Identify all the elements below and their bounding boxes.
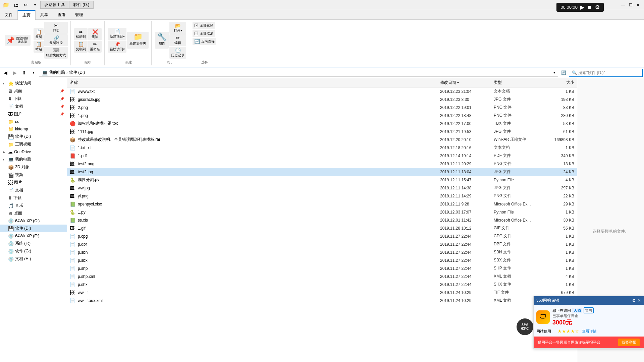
file-row[interactable]: 🖼 yl.png 2019.12.11 14:29 PNG 文件 22 KB [67,192,577,200]
delete-btn[interactable]: ❌ 删除 [88,28,102,40]
easy-access-btn[interactable]: 📌 轻松访问▾ [108,41,126,53]
file-row[interactable]: 🖼 ww.jpg 2019.12.11 14:38 JPG 文件 297 KB [67,184,577,192]
minimize-btn[interactable]: — [620,2,627,8]
file-row[interactable]: 📗 openpyxl.xlsx 2019.12.11 9:28 Microsof… [67,200,577,208]
file-row[interactable]: 📄 p.sbn 2019.11.27 22:44 SBN 文件 1 KB [67,248,577,256]
play-btn[interactable]: ▶ [580,4,584,10]
sidebar-item-onedrive[interactable]: ▶ ☁ OneDrive [0,148,67,156]
sidebar-item-desktop[interactable]: 🖥 桌面 📌 [0,87,67,95]
sidebar-item-my-computer[interactable]: ▾ 💻 我的电脑 [0,156,67,163]
file-row[interactable]: 📄 p.sbx 2019.11.27 22:44 SBX 文件 1 KB [67,256,577,264]
sidebar-item-drive-d[interactable]: 💾 软件 (D:) [0,225,67,232]
breadcrumb-history-btn[interactable]: ▼ [30,69,38,77]
sidebar-item-dl[interactable]: ⬇ 下载 [0,194,67,202]
sidebar-item-docs[interactable]: 📄 文档 📌 [0,103,67,110]
file-row[interactable]: 📄 p.shp 2019.11.27 22:44 SHP 文件 1 KB [67,264,577,273]
sidebar-item-software-d[interactable]: 💾 软件 (D:) [0,133,67,140]
sidebar-item-video[interactable]: 📁 三调视频 [0,140,67,148]
col-type-header[interactable]: 类型 [494,80,547,85]
back-btn[interactable]: ◀ [1,69,9,77]
file-row[interactable]: 🖼 ww.tif 2019.11.24 10:29 TIF 文件 679 KB [67,289,577,297]
maximize-btn[interactable]: ☐ [627,2,634,8]
file-row[interactable]: 🖼 test2.png 2019.12.11 20:29 PNG 文件 13 K… [67,160,577,168]
file-row[interactable]: 📗 ss.xls 2019.12.01 11:42 Microsoft Offi… [67,216,577,224]
undo-btn[interactable]: ↩ [21,1,30,9]
select-all-btn[interactable]: ☑ 全部选择 [193,22,215,29]
sidebar-item-drive-h[interactable]: 💿 文档 (H:) [0,255,67,263]
col-date-header[interactable]: 修改日期 ▾ [440,80,494,85]
file-row[interactable]: 🔴 加权总和-建模问题.tbx 2019.12.22 17:00 TBX 文件 … [67,120,577,128]
close-btn[interactable]: ✕ [635,2,641,8]
new-folder-btn[interactable]: 📁 新建文件夹 [127,32,149,49]
file-row[interactable]: 📕 1.pdf 2019.12.14 19:14 PDF 文件 349 KB [67,152,577,160]
sidebar-item-pics[interactable]: 🖼 图片 📌 [0,110,67,118]
sidebar-item-drive-c[interactable]: 💿 64WinXP (C:) [0,217,67,225]
breadcrumb-dropdown[interactable]: ▾ [553,71,555,74]
search-bar[interactable]: 🔍 [569,69,643,77]
ribbon-tab-share[interactable]: 共享 [36,10,53,19]
file-row[interactable]: 🖼 1.gif 2019.11.28 18:12 GIF 文件 55 KB [67,224,577,232]
sidebar-item-drive-f[interactable]: 💿 系统 (F:) [0,240,67,247]
sidebar-item-quick-access[interactable]: ▾ ⭐ 快速访问 [0,79,67,87]
file-row[interactable]: 📦 整改成果修改说明、全县错误图斑列表模板.rar 2019.12.20 20:… [67,136,577,144]
search-input[interactable] [578,70,640,75]
file-row[interactable]: 🖼 2.png 2019.12.22 19:01 PNG 文件 83 KB [67,104,577,112]
open-btn[interactable]: 📂 打开▾ [169,22,186,34]
move-to-btn[interactable]: ➡ 移动到 [74,28,88,40]
file-row[interactable]: 📄 p.cpg 2019.11.27 22:44 CPG 文件 1 KB [67,232,577,240]
sidebar-item-3d[interactable]: 📦 3D 对象 [0,163,67,171]
tab-software-d[interactable]: 软件 (D:) [69,1,94,9]
stop-btn[interactable]: ⏹ [587,4,592,10]
credit-detail[interactable]: 查看详情 [582,329,597,334]
sidebar-item-documents[interactable]: 📄 文档 [0,186,67,194]
file-row[interactable]: 📄 p.shp.xml 2019.11.27 22:44 XML 文档 4 KB [67,273,577,281]
pin-quick-btn[interactable]: 📌 固定到快速访问 [5,35,31,46]
file-row[interactable]: 📄 1.txt.txt 2019.12.18 20:16 文本文档 1 KB [67,144,577,152]
file-row[interactable]: 🐍 1.py 2019.12.03 17:07 Python File 1 KB [67,208,577,216]
forward-btn[interactable]: ▶ [11,69,19,77]
breadcrumb[interactable]: 💻 我的电脑 › 软件 (D:) ▾ [39,69,558,77]
col-size-header[interactable]: 大小 [547,80,574,85]
cut-btn[interactable]: ✂ 剪切 [44,22,68,34]
select-none-btn[interactable]: ☐ 全部取消 [193,30,215,37]
file-row[interactable]: 🖼 test2.jpg 2019.12.11 18:04 JPG 文件 24 K… [67,168,577,176]
file-row[interactable]: 📄 p.shx 2019.11.27 22:44 SHX 文件 1 KB [67,281,577,289]
ribbon-tab-file[interactable]: 文件 [0,10,17,19]
copy-path-btn[interactable]: 🔗 复制路径 [44,34,68,46]
file-row[interactable]: 📄 wwww.txt 2019.12.23 21:04 文本文档 1 KB [67,87,577,96]
up-btn[interactable]: ⬆ [20,69,28,77]
file-row[interactable]: 🖼 1111.jpg 2019.12.21 19:53 JPG 文件 61 KB [67,128,577,136]
breadcrumb-pc[interactable]: 我的电脑 [49,70,65,75]
dropdown-btn[interactable]: ▾ [31,1,39,9]
paste-btn[interactable]: 📋 粘贴 [34,41,44,53]
new-item-btn[interactable]: 📄 新建项目▾ [108,28,126,40]
file-row[interactable]: 📄 p.dbf 2019.11.27 22:44 DBF 文件 1 KB [67,240,577,248]
report-btn[interactable]: 我要举报 [618,339,640,346]
ribbon-tab-view[interactable]: 查看 [53,10,70,19]
properties-btn[interactable]: 🔧 属性 [155,32,169,49]
sidebar-item-cs[interactable]: 📁 cs [0,118,67,125]
breadcrumb-drive[interactable]: 软件 (D:) [69,70,85,75]
ad-close-btn[interactable]: ✕ [637,298,641,303]
tab-driver-tools[interactable]: 驱动器工具 [40,1,69,9]
edit-btn[interactable]: ✏ 编辑 [169,34,186,46]
history-btn[interactable]: 🕐 历史记录 [169,47,186,59]
ribbon-tab-home[interactable]: 主页 [17,10,36,20]
file-row[interactable]: 📄 ww.tif.aux.xml 2019.11.24 10:29 XML 文档… [67,297,577,305]
settings-rec-btn[interactable]: ⚙ [595,4,600,10]
file-row[interactable]: 🖼 1.png 2019.12.22 18:48 PNG 文件 280 KB [67,112,577,120]
sidebar-item-videos[interactable]: 🎬 视频 [0,171,67,179]
sidebar-item-kktemp[interactable]: 📁 kktemp [0,125,67,133]
refresh-btn[interactable]: 🔄 [559,69,568,77]
sidebar-item-drive-e[interactable]: 💿 64WinXP (E:) [0,232,67,240]
ribbon-tab-manage[interactable]: 管理 [70,10,88,19]
file-row[interactable]: 🖼 gisoracle.jpg 2019.12.23 8:30 JPG 文件 1… [67,96,577,104]
file-row[interactable]: 🐍 属性分割.py 2019.12.11 15:47 Python File 4… [67,176,577,184]
invert-select-btn[interactable]: 🔄 反向选择 [193,38,216,45]
rename-btn[interactable]: ✏ 重命名 [88,41,102,53]
copy-to-btn[interactable]: 📋 复制到 [74,41,88,53]
sidebar-item-music[interactable]: 🎵 音乐 [0,202,67,209]
sidebar-item-drive-g[interactable]: 💿 软件 (G:) [0,247,67,255]
sidebar-item-images[interactable]: 🖼 图片 [0,179,67,186]
quick-access-btn[interactable]: 🗂 [12,1,20,9]
